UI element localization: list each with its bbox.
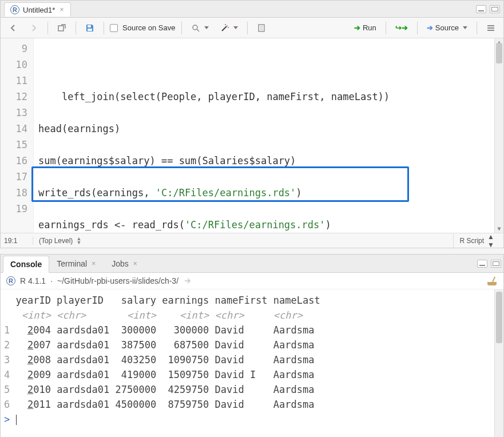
code-tools-button[interactable] [217, 22, 241, 34]
save-button[interactable] [82, 22, 98, 34]
svg-rect-0 [58, 26, 64, 31]
code-area[interactable]: left_join(select(People, playerID, nameF… [34, 38, 503, 233]
scope-label: (Top Level) [39, 237, 73, 245]
run-button[interactable]: ➔ Run [351, 22, 380, 34]
close-terminal-icon[interactable]: × [90, 260, 97, 268]
close-jobs-icon[interactable]: × [132, 260, 138, 268]
r-version: R 4.1.1 [20, 276, 46, 285]
dropdown-caret-icon [233, 26, 238, 29]
code-editor[interactable]: 910111213141516171819 left_join(select(P… [1, 38, 503, 233]
source-arrow-icon: ➔ [427, 23, 433, 32]
console-info: R R 4.1.1 · ~/GitHub/r-pbi-users-ii/slid… [1, 273, 503, 289]
tab-terminal-label: Terminal [57, 259, 87, 268]
pane-window-controls [476, 5, 500, 13]
source-pane: R Untitled1* × Source on Save [0, 0, 504, 248]
popout-icon [57, 23, 66, 33]
console-output[interactable]: yearID playerID salary earnings nameFirs… [1, 289, 503, 437]
close-tab-icon[interactable]: × [58, 6, 65, 14]
console-tabbar: Console Terminal × Jobs × [1, 255, 503, 273]
file-tab[interactable]: R Untitled1* × [4, 2, 71, 17]
dropdown-caret-icon [204, 26, 209, 29]
r-file-icon: R [10, 5, 19, 14]
scroll-thumb[interactable] [496, 292, 502, 343]
forward-button[interactable] [26, 22, 42, 34]
rerun-button[interactable]: ↪➔ [392, 22, 411, 34]
rerun-icon: ↪➔ [395, 23, 408, 32]
minimize-pane-button[interactable] [476, 5, 486, 13]
source-statusbar: 19:1 (Top Level) ▲▼ R Script ▲▼ [1, 233, 503, 248]
minimize-console-button[interactable] [477, 260, 487, 268]
run-label: Run [363, 23, 376, 32]
tab-jobs[interactable]: Jobs × [104, 255, 146, 272]
tab-console[interactable]: Console [3, 256, 49, 273]
arrow-left-icon [9, 23, 18, 33]
run-arrow-icon: ➔ [354, 23, 360, 32]
svg-point-8 [225, 24, 226, 25]
svg-rect-2 [88, 29, 92, 31]
source-label: Source [435, 23, 459, 32]
svg-line-5 [222, 26, 227, 31]
source-toolbar: Source on Save ➔ Run ↪➔ ➔ Source [1, 18, 503, 38]
language-label: R Script [459, 237, 484, 245]
source-on-save-checkbox[interactable] [110, 24, 118, 32]
notebook-icon [257, 23, 266, 33]
svg-point-7 [228, 27, 229, 28]
source-tabbar: R Untitled1* × [1, 1, 503, 18]
outline-icon [486, 23, 495, 33]
language-selector[interactable]: R Script ▲▼ [453, 233, 500, 249]
r-logo-icon: R [6, 276, 15, 285]
show-in-new-window-button[interactable] [54, 22, 70, 34]
tab-terminal[interactable]: Terminal × [49, 255, 104, 272]
compile-report-button[interactable] [253, 22, 269, 34]
separator-dot: · [50, 276, 53, 285]
tab-jobs-label: Jobs [112, 259, 129, 268]
clear-console-icon[interactable] [486, 276, 498, 285]
working-directory[interactable]: ~/GitHub/r-pbi-users-ii/slides/ch-3/ [57, 276, 178, 285]
wand-icon [220, 23, 229, 33]
svg-point-3 [193, 25, 197, 30]
source-on-save-label: Source on Save [122, 23, 176, 32]
scroll-thumb[interactable] [496, 43, 502, 63]
back-button[interactable] [5, 22, 21, 34]
editor-scrollbar[interactable]: ▲ ▼ [494, 38, 503, 233]
svg-point-6 [227, 25, 228, 26]
go-to-dir-icon[interactable] [183, 276, 192, 285]
outline-button[interactable] [483, 22, 499, 34]
arrow-right-icon [29, 23, 38, 33]
svg-rect-1 [88, 25, 91, 27]
updown-icon: ▲▼ [76, 237, 81, 245]
scroll-down-icon[interactable]: ▼ [495, 225, 503, 233]
tab-console-label: Console [10, 260, 42, 269]
maximize-pane-button[interactable] [490, 5, 500, 13]
maximize-console-button[interactable] [491, 260, 501, 268]
dropdown-caret-icon [463, 26, 467, 29]
console-pane: Console Terminal × Jobs × R R 4.1.1 · ~/… [0, 254, 504, 437]
console-window-controls [477, 260, 501, 268]
find-button[interactable] [188, 22, 212, 34]
cursor-position: 19:1 [4, 237, 33, 245]
source-button[interactable]: ➔ Source [423, 22, 471, 34]
updown-icon: ▲▼ [487, 233, 494, 249]
file-tab-title: Untitled1* [23, 6, 55, 14]
console-scrollbar[interactable] [494, 289, 503, 437]
svg-line-4 [197, 29, 199, 31]
save-icon [85, 23, 94, 33]
scope-selector[interactable]: (Top Level) ▲▼ [33, 237, 87, 245]
line-number-gutter: 910111213141516171819 [1, 38, 34, 233]
search-icon [191, 23, 200, 33]
